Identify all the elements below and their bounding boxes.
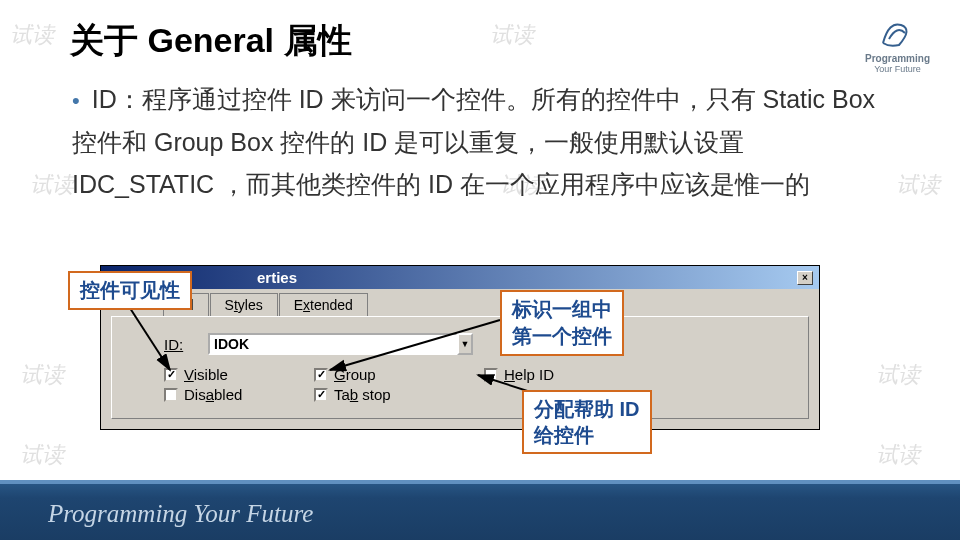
- bullet-text: ID：程序通过控件 ID 来访问一个控件。所有的控件中，只有 Static Bo…: [72, 78, 892, 206]
- tab-extended[interactable]: Extended: [279, 293, 368, 316]
- tab-panel: ID: ▼ Visible Disabled: [111, 316, 809, 419]
- disabled-label: Disabled: [184, 386, 242, 403]
- properties-dialog: erties × ral Styles Extended ID: ▼: [100, 265, 820, 430]
- dialog-titlebar: erties ×: [101, 266, 819, 289]
- id-label: ID:: [164, 336, 208, 353]
- callout-group: 标识一组中 第一个控件: [500, 290, 624, 356]
- id-dropdown-button[interactable]: ▼: [457, 333, 473, 355]
- logo-line1: Programming: [865, 53, 930, 64]
- callout-helpid: 分配帮助 ID 给控件: [522, 390, 652, 454]
- tabstop-checkbox[interactable]: [314, 388, 328, 402]
- logo-icon: [879, 15, 915, 51]
- brand-logo: Programming Your Future: [865, 15, 930, 74]
- dialog-title-text: erties: [257, 269, 797, 286]
- helpid-label: Help ID: [504, 366, 554, 383]
- logo-line2: Your Future: [865, 64, 930, 74]
- close-icon[interactable]: ×: [797, 271, 813, 285]
- visible-label: Visible: [184, 366, 228, 383]
- footer-text: Programming Your Future: [48, 500, 313, 528]
- tab-styles[interactable]: Styles: [210, 293, 278, 316]
- group-label: Group: [334, 366, 376, 383]
- group-checkbox[interactable]: [314, 368, 328, 382]
- tabstop-label: Tab stop: [334, 386, 391, 403]
- disabled-checkbox[interactable]: [164, 388, 178, 402]
- callout-visibility: 控件可见性: [68, 271, 192, 310]
- id-input[interactable]: [208, 333, 458, 355]
- visible-checkbox[interactable]: [164, 368, 178, 382]
- helpid-checkbox[interactable]: [484, 368, 498, 382]
- slide-title: 关于 General 属性: [70, 18, 352, 64]
